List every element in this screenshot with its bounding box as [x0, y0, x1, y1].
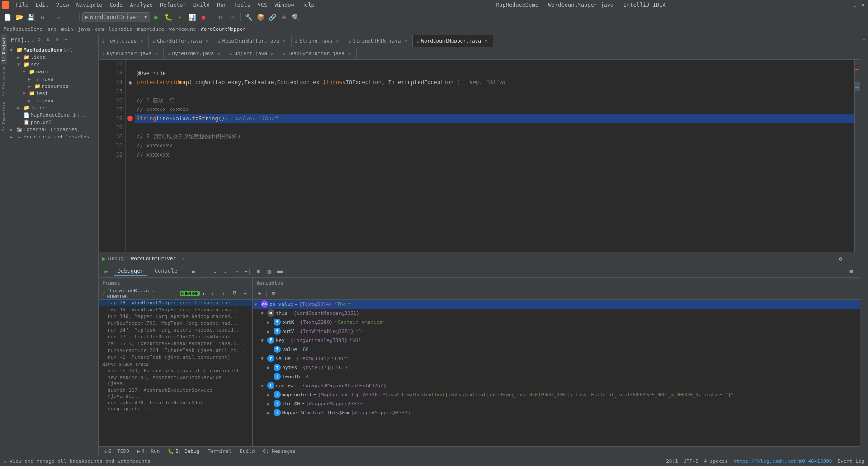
- coverage-button[interactable]: ⚡: [175, 12, 185, 23]
- project-settings-button[interactable]: ⚙: [54, 36, 61, 43]
- tree-item-src[interactable]: ▼ 📁 src: [8, 61, 98, 68]
- tab-close-byteorder[interactable]: ✕: [216, 51, 222, 57]
- threads-button[interactable]: ≡≡: [275, 266, 285, 276]
- run-tool-button[interactable]: ▶ 4: Run: [134, 447, 163, 455]
- menu-file[interactable]: File: [12, 1, 32, 9]
- minimize-button[interactable]: ─: [844, 2, 850, 8]
- step-out-button[interactable]: ↗: [231, 266, 241, 276]
- var-length[interactable]: ▶ f length = 4: [253, 372, 860, 381]
- frames-button[interactable]: ▤: [264, 266, 274, 276]
- tree-item-idea[interactable]: ▶ 📁 .idea: [8, 53, 98, 61]
- var-outV[interactable]: ▶ f outV = {IntWritable@3281} *1*: [253, 327, 860, 336]
- debug-resume-icon[interactable]: ▶: [102, 255, 106, 262]
- settings-button[interactable]: 🔧: [243, 12, 254, 23]
- var-key-value[interactable]: ▶ f value = 66: [253, 345, 860, 354]
- tab-string[interactable]: ☕ String.java ✕: [292, 35, 345, 47]
- menu-code[interactable]: Code: [106, 1, 127, 9]
- sidebar-tab-favorites[interactable]: 2: Favorites: [1, 99, 7, 134]
- code-content[interactable]: @Override protected void map(LongWritabl…: [135, 60, 854, 252]
- debug-minimize-button[interactable]: −: [846, 254, 856, 264]
- breadcrumb-src[interactable]: src: [47, 26, 57, 32]
- maximize-button[interactable]: □: [852, 2, 858, 8]
- async-frame-1[interactable]: newTaskFor:93, AbstractExecutorService (…: [99, 374, 252, 387]
- frame-7[interactable]: run$$$capture:264, FutureTask (java.util…: [99, 347, 252, 354]
- step-over-down-button[interactable]: ↓: [210, 266, 220, 276]
- tree-item-resources[interactable]: ▶ 📁 resources: [8, 82, 98, 90]
- search-everywhere-button[interactable]: 🔍: [290, 12, 301, 23]
- sdk-button[interactable]: ⚙: [278, 12, 289, 23]
- gutter-24[interactable]: ◉: [126, 78, 135, 87]
- tab-wordcountmapper[interactable]: ☕ WordCountMapper.java ✕: [413, 35, 493, 47]
- layout-button[interactable]: ⊞: [846, 266, 856, 276]
- tree-item-main[interactable]: ▼ 📁 main: [8, 68, 98, 75]
- run-button[interactable]: ▶: [151, 12, 162, 23]
- var-copy-button[interactable]: ⊞: [269, 289, 278, 299]
- thread-selector[interactable]: ✓ "LocalJobR...n": RUNNING RUNNING ▼: [100, 288, 207, 300]
- profile-button[interactable]: 📊: [186, 12, 197, 23]
- tab-close-charbuffer[interactable]: ✕: [204, 38, 210, 44]
- var-add-button[interactable]: +: [255, 289, 264, 299]
- tab-console[interactable]: Console: [151, 267, 181, 276]
- frame-3[interactable]: runNewMapper:799, MapTask (org.apache.ha…: [99, 320, 252, 327]
- save-button[interactable]: 💾: [25, 12, 36, 23]
- new-file-button[interactable]: 📄: [2, 12, 13, 23]
- menu-refactor[interactable]: Refactor: [156, 1, 190, 9]
- var-this0[interactable]: ▶ f this$0 = {WrappedMapper@3333}: [253, 399, 860, 408]
- stop-button[interactable]: ■: [198, 12, 209, 23]
- layout-icon[interactable]: ⊞: [846, 266, 856, 276]
- async-frame-0[interactable]: <init>:151, FutureTask (java.util.concur…: [99, 367, 252, 374]
- menu-window[interactable]: Window: [271, 1, 297, 9]
- frame-8[interactable]: run:-1, FutureTask (java.util.concurrent…: [99, 354, 252, 361]
- tab-bytebuffer[interactable]: ☕ ByteBuffer.java ✕: [99, 48, 164, 59]
- status-encoding[interactable]: UTF-8: [684, 458, 698, 464]
- debug-tool-button[interactable]: 🐛 5: Debug: [164, 447, 203, 455]
- var-key[interactable]: ▼ f key = {LongWritable@3393} *66*: [253, 336, 860, 345]
- breadcrumb-com[interactable]: com: [94, 26, 104, 32]
- tree-item-ext-libs[interactable]: ▶ 📚 External Libraries: [8, 126, 98, 133]
- tree-item-test[interactable]: ▼ 📁 test: [8, 90, 98, 97]
- scroll-thumb[interactable]: [854, 82, 860, 91]
- frames-filter-button[interactable]: ⊽: [229, 289, 239, 299]
- build-artifacts-button[interactable]: 📦: [255, 12, 266, 23]
- todo-button[interactable]: ⚠ 6: TODO: [100, 447, 133, 455]
- tree-item-test-java[interactable]: ▶ ☕ java: [8, 97, 98, 104]
- debug-settings-button[interactable]: ⚙: [835, 254, 845, 264]
- thread-dropdown[interactable]: ▼: [203, 291, 205, 296]
- tree-item-mapreduce[interactable]: ▼ 📁 MapReduceDemo D:\: [8, 46, 98, 53]
- tab-close-heapbytebuffer[interactable]: ✕: [346, 51, 353, 57]
- messages-button[interactable]: 0: Messages: [259, 447, 299, 455]
- run-to-cursor-button[interactable]: →|: [242, 266, 252, 276]
- status-link[interactable]: https://blog.csdn.net/m0_46413308: [733, 458, 832, 464]
- var-oo-value[interactable]: ▼ oo oo value = {Text@3394} *Thor*: [253, 300, 860, 309]
- debug-button[interactable]: 🐛: [163, 12, 174, 23]
- right-tool-2[interactable]: !: [861, 45, 868, 54]
- sidebar-tab-project[interactable]: 1: Project: [1, 34, 7, 64]
- tree-item-target[interactable]: ▶ 📁 target: [8, 104, 98, 111]
- tree-item-scratches[interactable]: ▶ ✏ Scratches and Consoles: [8, 133, 98, 140]
- tree-item-java[interactable]: ▶ ☕ java: [8, 75, 98, 82]
- editor-scrollbar[interactable]: [854, 60, 860, 252]
- menu-tools[interactable]: Tools: [231, 1, 254, 9]
- tab-close-wordcountmapper[interactable]: ✕: [483, 38, 489, 44]
- evaluate-button[interactable]: ⊞: [253, 266, 263, 276]
- frame-1[interactable]: map:19, WordCountMapper (com.leokadia.ma…: [99, 306, 252, 313]
- tab-heapcharbuffer[interactable]: ☕ HeapCharBuffer.java ✕: [214, 35, 292, 47]
- menu-run[interactable]: Run: [213, 1, 231, 9]
- tab-debugger[interactable]: Debugger: [114, 267, 147, 276]
- frame-5[interactable]: run:271, LocalJobRunner$Job$MapTaskRunna…: [99, 333, 252, 340]
- status-indent[interactable]: 4 spaces: [704, 458, 728, 464]
- var-context[interactable]: ▼ f context = {WrappedMapper$Context@325…: [253, 381, 860, 390]
- status-event-log[interactable]: Event Log: [837, 458, 864, 464]
- menu-build[interactable]: Build: [190, 1, 213, 9]
- frame-4[interactable]: run:347, MapTask (org.apache.hadoop.mapr…: [99, 327, 252, 333]
- menu-help[interactable]: Help: [298, 1, 318, 9]
- terminal-button[interactable]: Terminal: [204, 447, 235, 455]
- tab-byteorder[interactable]: ☕ ByteOrder.java ✕: [164, 48, 226, 59]
- tab-close-heapcharbuffer[interactable]: ✕: [281, 38, 288, 44]
- frame-0[interactable]: map:28, WordCountMapper (com.leokadia.ma…: [99, 300, 252, 306]
- frames-up-button[interactable]: ↑: [208, 289, 217, 299]
- tab-close-bytebuffer[interactable]: ✕: [153, 51, 160, 57]
- frame-2[interactable]: run:146, Mapper (org.apache.hadoop.mapre…: [99, 313, 252, 320]
- tab-heapbytebuffer[interactable]: ☕ HeapByteBuffer.java ✕: [279, 48, 357, 59]
- async-frame-2[interactable]: submit:117, AbstractExecutorService (jav…: [99, 387, 252, 399]
